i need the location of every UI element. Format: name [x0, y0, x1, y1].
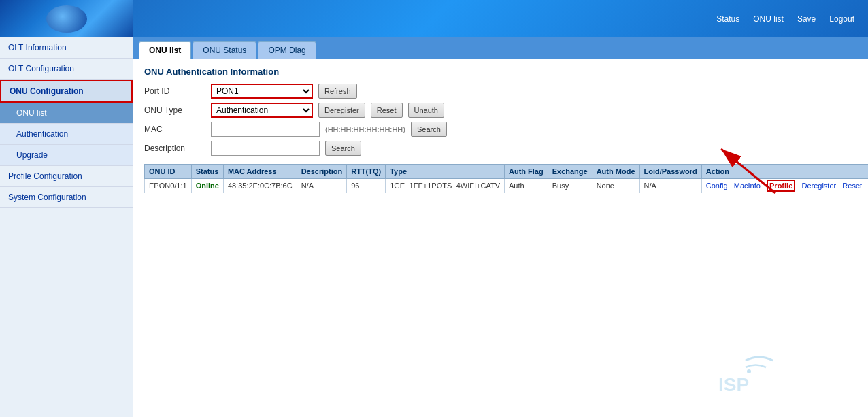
status-online: Online — [196, 182, 219, 190]
cell-status: Online — [191, 179, 223, 193]
mac-input[interactable] — [211, 122, 320, 137]
svg-point-2 — [747, 369, 751, 373]
col-description: Description — [297, 165, 347, 179]
mac-hint: (HH:HH:HH:HH:HH:HH) — [325, 125, 405, 133]
mac-label: MAC — [144, 124, 205, 134]
cell-mac-address: 48:35:2E:0C:7B:6C — [223, 179, 297, 193]
cell-rtt: 96 — [347, 179, 386, 193]
col-status: Status — [191, 165, 223, 179]
onu-type-select[interactable]: Authentication MAC Loid — [211, 103, 313, 118]
sidebar-item-olt-configuration[interactable]: OLT Configuration — [0, 59, 133, 80]
top-nav: Status ONU list Save Logout — [716, 14, 854, 24]
tab-bar: ONU list ONU Status OPM Diag — [133, 37, 868, 59]
cell-auth-mode: None — [592, 179, 639, 193]
description-label: Description — [144, 144, 205, 153]
nav-status[interactable]: Status — [716, 14, 739, 24]
mac-row: MAC (HH:HH:HH:HH:HH:HH) Search — [144, 122, 857, 137]
sidebar-item-onu-list[interactable]: ONU list — [0, 103, 133, 124]
col-action: Action — [701, 165, 868, 179]
tab-onu-status[interactable]: ONU Status — [193, 41, 256, 59]
nav-save[interactable]: Save — [797, 14, 816, 24]
logo-area — [0, 0, 133, 37]
search-desc-button[interactable]: Search — [325, 141, 361, 156]
port-id-label: Port ID — [144, 86, 205, 96]
port-id-row: Port ID PON1 PON2 PON3 PON4 Refresh — [144, 84, 857, 99]
table-row: EPON0/1:1 Online 48:35:2E:0C:7B:6C N/A 9… — [145, 179, 869, 193]
cell-onu-id: EPON0/1:1 — [145, 179, 192, 193]
svg-text:ISP: ISP — [718, 374, 749, 395]
col-onu-id: ONU ID — [145, 165, 192, 179]
action-profile[interactable]: Profile — [767, 180, 795, 192]
refresh-button[interactable]: Refresh — [318, 84, 357, 99]
content-area: ONU Authentication Information Port ID P… — [133, 59, 868, 417]
sidebar-item-profile-configuration[interactable]: Profile Configuration — [0, 166, 133, 187]
main-content: ONU list ONU Status OPM Diag ONU Authent… — [133, 37, 868, 417]
search-mac-button[interactable]: Search — [411, 122, 447, 137]
reset-button[interactable]: Reset — [371, 103, 403, 118]
deregister-button[interactable]: Deregister — [318, 103, 365, 118]
action-macinfo[interactable]: MacInfo — [734, 182, 761, 190]
cell-description: N/A — [297, 179, 347, 193]
col-loid-password: Loid/Password — [639, 165, 701, 179]
layout: OLT Information OLT Configuration ONU Co… — [0, 37, 868, 417]
cell-exchange: Busy — [548, 179, 592, 193]
sidebar-item-onu-configuration[interactable]: ONU Configuration — [0, 80, 133, 103]
cell-type: 1GE+1FE+1POTS+4WIFI+CATV — [386, 179, 505, 193]
description-input[interactable] — [211, 141, 320, 156]
logo-globe — [46, 5, 87, 33]
onu-type-label: ONU Type — [144, 105, 205, 115]
tab-onu-list[interactable]: ONU list — [139, 41, 191, 59]
nav-logout[interactable]: Logout — [829, 14, 854, 24]
col-rtt: RTT(TQ) — [347, 165, 386, 179]
page-title: ONU Authentication Information — [144, 67, 857, 77]
port-id-select[interactable]: PON1 PON2 PON3 PON4 — [211, 84, 313, 99]
tab-opm-diag[interactable]: OPM Diag — [258, 41, 316, 59]
col-auth-mode: Auth Mode — [592, 165, 639, 179]
action-deregister[interactable]: Deregister — [801, 182, 836, 190]
sidebar-item-authentication[interactable]: Authentication — [0, 124, 133, 145]
sidebar: OLT Information OLT Configuration ONU Co… — [0, 37, 133, 417]
nav-onu-list[interactable]: ONU list — [753, 14, 784, 24]
action-config[interactable]: Config — [706, 182, 728, 190]
action-reset[interactable]: Reset — [842, 182, 862, 190]
data-table: ONU ID Status MAC Address Description RT… — [144, 164, 868, 193]
table-header-row: ONU ID Status MAC Address Description RT… — [145, 165, 869, 179]
top-header: Status ONU list Save Logout — [0, 0, 868, 37]
onu-type-row: ONU Type Authentication MAC Loid Deregis… — [144, 103, 857, 118]
cell-action: Config MacInfo Profile Deregister Reset … — [701, 179, 868, 193]
isp-watermark: ISP — [705, 354, 786, 397]
unauth-button[interactable]: Unauth — [408, 103, 444, 118]
col-exchange: Exchange — [548, 165, 592, 179]
col-mac-address: MAC Address — [223, 165, 297, 179]
sidebar-item-system-configuration[interactable]: System Configuration — [0, 187, 133, 208]
cell-loid-password: N/A — [639, 179, 701, 193]
cell-auth-flag: Auth — [504, 179, 548, 193]
sidebar-item-olt-information[interactable]: OLT Information — [0, 37, 133, 59]
col-auth-flag: Auth Flag — [504, 165, 548, 179]
sidebar-item-upgrade[interactable]: Upgrade — [0, 145, 133, 166]
description-row: Description Search — [144, 141, 857, 156]
form-table: Port ID PON1 PON2 PON3 PON4 Refresh ONU … — [144, 84, 857, 156]
col-type: Type — [386, 165, 505, 179]
sidebar-sub-onu: ONU list Authentication Upgrade — [0, 103, 133, 166]
